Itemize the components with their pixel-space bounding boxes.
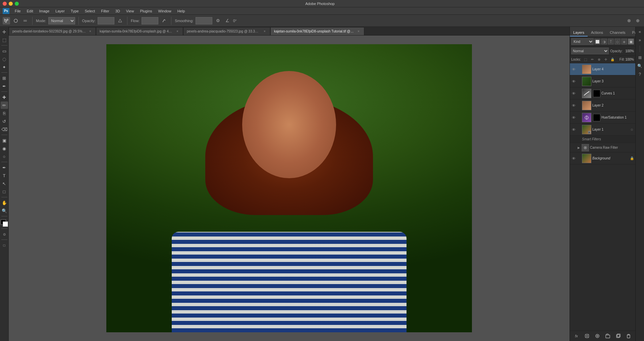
smoothing-input[interactable]: 0% [196,17,212,24]
create-group-button[interactable] [604,332,611,340]
menu-image[interactable]: Image [37,8,52,14]
brush-settings-icon[interactable] [21,17,29,24]
layer-item-background[interactable]: 👁 Background 🔒 [570,152,635,164]
filter-type-icon[interactable]: T [608,39,614,45]
opacity-value[interactable]: 100% [623,49,634,53]
mode-select[interactable]: Normal Multiply Screen [48,17,75,24]
lock-paint-icon[interactable]: ✏ [590,57,595,62]
fx-button[interactable]: fx [573,332,580,340]
lasso-tool[interactable]: ◌ [1,55,8,63]
layer2-visibility-icon[interactable]: 👁 [571,103,576,108]
layers-kind-select[interactable]: Kind Name Effect [571,38,594,45]
hand-tool[interactable]: ✋ [1,199,8,206]
screen-mode-btn[interactable]: □ [1,242,8,249]
camera-raw-filter-item[interactable]: ▶ Camera Raw Filter [570,143,635,152]
layer4-visibility-icon[interactable]: 👁 [571,67,576,72]
close-button[interactable] [3,2,7,6]
brush-tool[interactable]: ✏ [1,101,8,109]
artboard-tool[interactable]: ⬚ [1,36,8,44]
menu-plugins[interactable]: Plugins [137,8,155,14]
pen-tool[interactable]: ✒ [1,164,8,171]
delete-layer-button[interactable] [625,332,632,340]
tab-4-close[interactable]: × [357,29,361,33]
lock-all-icon[interactable]: 🔒 [610,57,615,62]
search-icon[interactable]: 🔍 [636,62,644,70]
menu-3d[interactable]: 3D [113,8,123,14]
marquee-tool[interactable]: ▭ [1,47,8,55]
filter-toggle-icon[interactable]: ◉ [628,39,634,45]
maximize-button[interactable] [15,2,19,6]
layer-item-layer2[interactable]: 👁 Layer 2 [570,99,635,112]
gradient-tool[interactable]: ▣ [1,137,8,144]
menu-view[interactable]: View [123,8,137,14]
layer-item-huesat1[interactable]: 👁 Hue/Saturation 1 [570,112,635,124]
airbrush-icon[interactable] [160,17,168,24]
huesat1-visibility-icon[interactable]: 👁 [571,115,576,120]
layer1-visibility-icon[interactable]: 👁 [571,127,576,132]
background-color[interactable] [3,221,8,227]
menu-window[interactable]: Window [156,8,174,14]
menu-type[interactable]: Type [68,8,82,14]
type-tool[interactable]: T [1,172,8,179]
zoom-tool[interactable]: 🔍 [1,207,8,214]
tab-2[interactable]: kajetan-sumila-0nk78EfpiD8-unsplash.jpg … [96,27,183,35]
eraser-tool[interactable]: ⌫ [1,126,8,133]
menu-layer[interactable]: Layer [53,8,67,14]
symmetry-icon[interactable]: ⊗ [625,17,633,24]
flow-input[interactable]: 100% [142,17,158,24]
path-select-tool[interactable]: ↖ [1,180,8,187]
layer-item-layer1[interactable]: 👁 Layer 1 ⊙ [570,124,635,136]
dodge-tool[interactable]: ○ [1,153,8,160]
tab-channels[interactable]: Channels [606,29,629,37]
opacity-input[interactable]: 100% [98,17,114,24]
panel-arrange-icon[interactable]: ⊞ [636,54,644,61]
layer-item-layer4[interactable]: 👁 Layer 4 [570,63,635,75]
brush-preset-picker[interactable] [12,17,19,24]
filter-shape-icon[interactable]: ◇ [614,39,621,45]
menu-file[interactable]: File [12,8,23,14]
filter-pixel-icon[interactable]: ⬜ [594,39,600,45]
tab-1[interactable]: pexels-daniel-torobekov-5023929.jpg @ 29… [9,27,96,35]
angle-icon[interactable]: ∠ [224,17,231,24]
crop-tool[interactable]: ⊞ [1,74,8,82]
menu-filter[interactable]: Filter [98,8,112,14]
create-new-layer-button[interactable] [614,332,622,340]
add-adjustment-button[interactable] [594,332,601,340]
fill-value[interactable]: 100% [625,58,634,61]
expand-panels-icon[interactable]: » [636,37,644,44]
menu-help[interactable]: Help [175,8,188,14]
menu-select[interactable]: Select [82,8,98,14]
blend-mode-select[interactable]: Normal Multiply Screen Overlay [571,48,609,54]
add-mask-button[interactable] [583,332,591,340]
history-brush-tool[interactable]: ↺ [1,118,8,125]
layer-item-layer3[interactable]: 👁 Layer 3 [570,75,635,87]
quick-mask-btn[interactable]: ⊙ [1,230,8,238]
color-swatches[interactable] [1,219,8,227]
layer3-visibility-icon[interactable]: 👁 [571,79,576,84]
lock-artboard-icon[interactable]: ⊕ [596,57,602,62]
smoothing-options-icon[interactable]: ⚙ [214,17,222,24]
layer1-options-icon[interactable]: ⊙ [630,128,634,132]
canvas[interactable] [106,44,472,332]
tab-3[interactable]: pexels-andrea-piacquadio-755023.jpg @ 33… [183,27,270,35]
background-visibility-icon[interactable]: 👁 [571,156,576,161]
lock-move-icon[interactable]: ✛ [603,57,608,62]
filter-smart-icon[interactable]: ◈ [621,39,627,45]
tab-1-close[interactable]: × [88,29,92,33]
eyedropper-tool[interactable]: ✒ [1,82,8,90]
move-tool[interactable]: ✛ [1,28,8,36]
tab-layers[interactable]: Layers [570,29,588,37]
clone-tool[interactable]: ⎘ [1,110,8,117]
magic-wand-tool[interactable]: ✦ [1,63,8,71]
tab-actions[interactable]: Actions [588,29,606,37]
filter-expand-icon[interactable]: ▶ [577,146,581,150]
filter-adj-icon[interactable]: ◑ [601,39,607,45]
shape-tool[interactable]: □ [1,188,8,195]
collapse-panels-icon[interactable]: « [636,28,644,36]
lock-transparent-icon[interactable]: ⬚ [583,57,588,62]
opacity-jitter-icon[interactable] [116,17,124,24]
layer-item-curves1[interactable]: 👁 Curves 1 [570,87,635,99]
learn-icon[interactable]: ? [636,71,644,78]
tab-2-close[interactable]: × [175,29,179,33]
pressure-icon[interactable]: ⊕ [634,17,641,24]
